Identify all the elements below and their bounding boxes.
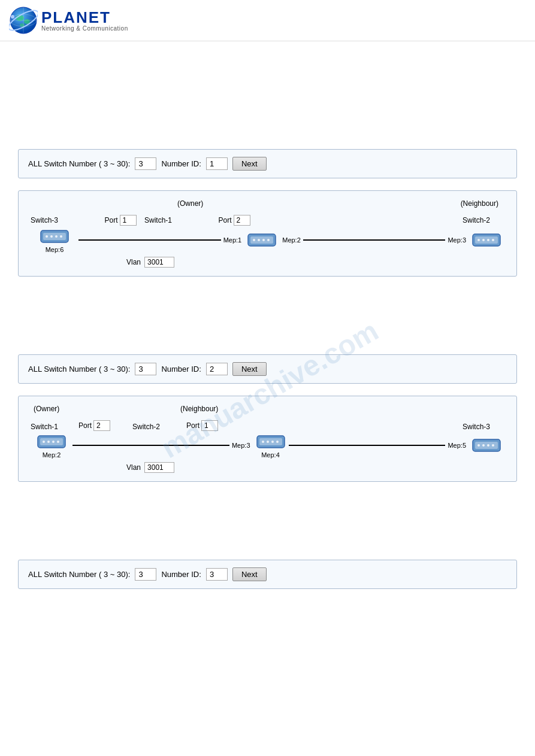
- svg-point-44: [492, 444, 494, 447]
- section1-switch-label: ALL Switch Number ( 3 ~ 30):: [28, 159, 130, 168]
- section3-switch-input[interactable]: [135, 568, 156, 581]
- section2-port1-label: Port: [78, 421, 92, 430]
- svg-point-18: [258, 239, 260, 241]
- s2-switch1-icon: [37, 432, 67, 451]
- section1-port2-input[interactable]: [234, 215, 250, 226]
- logo-tagline-label: Networking & Communication: [41, 25, 128, 32]
- section1-control-panel: ALL Switch Number ( 3 ~ 30): Number ID: …: [18, 149, 517, 178]
- section1-numberid-input[interactable]: [206, 157, 228, 170]
- svg-point-17: [253, 239, 255, 241]
- section1-mep6-label: Mep:6: [46, 246, 64, 253]
- section2-control-panel: ALL Switch Number ( 3 ~ 30): Number ID: …: [18, 354, 517, 384]
- section1-line1: [78, 239, 221, 241]
- section2-mep5-label: Mep:5: [448, 442, 466, 449]
- section1-numberid-label: Number ID:: [161, 159, 201, 168]
- svg-point-13: [55, 235, 58, 238]
- section3-numberid-input[interactable]: [206, 568, 228, 581]
- section2-port2-label: Port: [186, 421, 200, 430]
- svg-point-43: [487, 444, 489, 447]
- section1-line2: [303, 239, 446, 241]
- s2-line2: [289, 445, 446, 446]
- svg-point-12: [50, 235, 53, 238]
- section1-port1-row: Port: [104, 215, 136, 226]
- svg-point-30: [47, 441, 50, 443]
- section1-port2-label: Port: [218, 216, 231, 224]
- section1-vlan-label: Vlan: [126, 258, 141, 266]
- logo-text: PLANET Networking & Communication: [41, 10, 128, 32]
- section2-mep3-label: Mep:3: [232, 442, 250, 449]
- section2-switch1-label: Switch-1: [31, 423, 58, 431]
- svg-point-37: [271, 441, 274, 443]
- section1-mep2-label: Mep:2: [282, 236, 301, 244]
- logo-container: PLANET Networking & Communication: [9, 6, 128, 35]
- section2-mep2-label: Mep:2: [43, 451, 61, 459]
- section2-switch2-label: Switch-2: [132, 423, 160, 431]
- section2-numberid-input[interactable]: [206, 363, 228, 375]
- s2-switch2-icon: [256, 432, 286, 451]
- s2-line1: [72, 445, 229, 446]
- section1-mep1-label: Mep:1: [223, 236, 242, 244]
- svg-point-35: [262, 441, 264, 443]
- svg-point-41: [477, 444, 480, 447]
- main-content: ALL Switch Number ( 3 ~ 30): Number ID: …: [0, 41, 535, 613]
- section1-port1-label: Port: [104, 216, 117, 224]
- section1-mep3-label: Mep:3: [448, 236, 466, 244]
- logo-planet-label: PLANET: [41, 10, 128, 25]
- section3-control-panel: ALL Switch Number ( 3 ~ 30): Number ID: …: [18, 560, 517, 589]
- svg-point-38: [276, 441, 279, 443]
- section3-numberid-label: Number ID:: [161, 570, 201, 579]
- section2-vlan-label: Vlan: [126, 463, 141, 472]
- section2-neighbour-label: (Neighbour): [180, 405, 218, 413]
- svg-point-42: [482, 444, 485, 447]
- section1-owner-label: (Owner): [177, 199, 203, 208]
- svg-point-23: [477, 239, 480, 241]
- svg-point-32: [57, 441, 59, 443]
- section2-mep4-label: Mep:4: [261, 451, 280, 459]
- switch2-icon: [471, 230, 501, 250]
- section1-port1-input[interactable]: [120, 215, 137, 226]
- svg-point-24: [482, 239, 485, 241]
- svg-point-25: [487, 239, 489, 241]
- section1-vlan-row: Vlan: [126, 257, 504, 268]
- section1-switch-input[interactable]: [135, 157, 156, 170]
- section3-next-button[interactable]: Next: [232, 567, 267, 581]
- planet-logo-icon: [9, 6, 38, 35]
- header: PLANET Networking & Communication: [0, 0, 535, 41]
- section2-switch-input[interactable]: [135, 363, 156, 375]
- section2-next-button[interactable]: Next: [232, 362, 267, 376]
- section1-diagram-panel: (Owner) (Neighbour) Switch-3 Port Switch…: [18, 190, 517, 277]
- svg-point-20: [267, 239, 270, 241]
- section3-switch-label: ALL Switch Number ( 3 ~ 30):: [28, 570, 130, 579]
- section2-diagram-panel: (Owner) (Neighbour) Switch-1 Port Switch…: [18, 396, 517, 482]
- section2-switch-label: ALL Switch Number ( 3 ~ 30):: [28, 365, 130, 374]
- section2-owner-label: (Owner): [34, 405, 59, 413]
- svg-point-14: [60, 235, 62, 238]
- svg-point-26: [492, 239, 494, 241]
- section1-vlan-input[interactable]: [144, 257, 174, 268]
- section1-switch1-label: Switch-1: [144, 216, 172, 224]
- section2-control-bar: ALL Switch Number ( 3 ~ 30): Number ID: …: [28, 362, 507, 376]
- section1-next-button[interactable]: Next: [232, 157, 267, 171]
- section1-neighbour-label: (Neighbour): [461, 199, 498, 208]
- section1-port2-row: Port: [218, 215, 250, 226]
- section1-switch2-label: Switch-2: [463, 216, 490, 224]
- switch1-icon: [247, 230, 277, 250]
- section1-switch3-label: Switch-3: [31, 216, 58, 224]
- section2-port1-input[interactable]: [93, 420, 110, 431]
- svg-point-36: [267, 441, 269, 443]
- section1-control-bar: ALL Switch Number ( 3 ~ 30): Number ID: …: [28, 157, 507, 171]
- svg-point-11: [46, 235, 48, 238]
- section2-vlan-row: Vlan: [126, 462, 504, 473]
- svg-point-31: [52, 441, 55, 443]
- section3-control-bar: ALL Switch Number ( 3 ~ 30): Number ID: …: [28, 567, 507, 581]
- svg-point-19: [262, 239, 265, 241]
- s2-switch3-icon: [471, 436, 501, 455]
- section2-switch3-label: Switch-3: [463, 423, 490, 431]
- section2-numberid-label: Number ID:: [161, 365, 201, 374]
- svg-point-8: [11, 15, 14, 19]
- svg-point-29: [43, 441, 45, 443]
- section2-vlan-input[interactable]: [144, 462, 174, 473]
- switch3-icon: [40, 227, 69, 246]
- section2-port2-input[interactable]: [201, 420, 218, 431]
